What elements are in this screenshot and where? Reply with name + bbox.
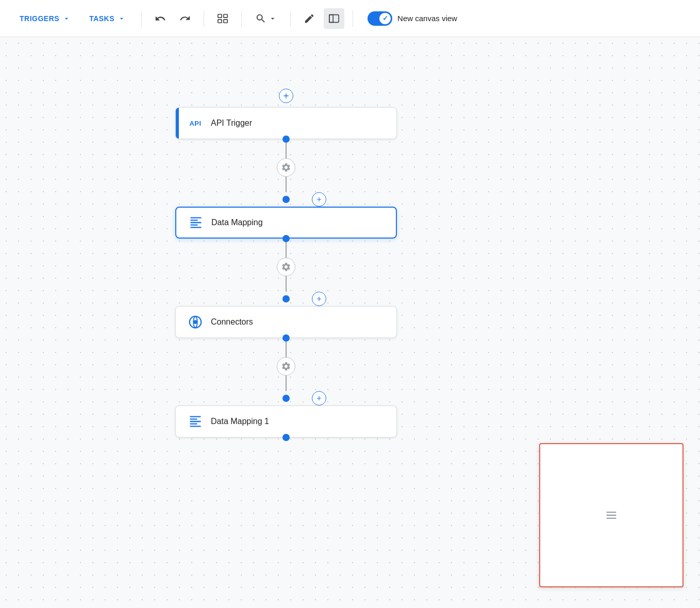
check-icon: ✓ — [382, 14, 388, 22]
node-accent — [176, 108, 179, 139]
svg-rect-3 — [224, 19, 227, 22]
add-before-data-mapping — [175, 192, 397, 207]
svg-rect-0 — [218, 14, 222, 17]
flow-container: API API Trigger Data Mapping — [175, 89, 397, 441]
add-button-4[interactable] — [312, 391, 326, 406]
data-mapping-1-icon — [186, 412, 205, 431]
line-4 — [286, 276, 287, 292]
gear-node-3[interactable] — [277, 357, 295, 376]
api-icon: API — [186, 114, 205, 132]
add-button-2[interactable] — [312, 192, 326, 207]
data-mapping-node[interactable]: Data Mapping — [175, 207, 397, 239]
add-button-3[interactable] — [312, 292, 326, 306]
svg-rect-1 — [224, 14, 227, 17]
gear-node-2[interactable] — [277, 258, 295, 276]
divider-4 — [290, 10, 291, 27]
divider-2 — [204, 10, 204, 27]
connectors-node[interactable]: Connectors — [175, 306, 397, 338]
connectors-label: Connectors — [211, 317, 253, 327]
line-5 — [286, 342, 287, 357]
data-mapping-1-node[interactable]: Data Mapping 1 — [175, 406, 397, 437]
add-before-data-mapping-1 — [175, 391, 397, 406]
svg-rect-4 — [329, 14, 339, 22]
dot-before-data-mapping-1 — [282, 395, 290, 402]
pen-icon — [304, 13, 315, 24]
triggers-button[interactable]: TRIGGERS — [12, 10, 78, 27]
tasks-button[interactable]: TASKS — [82, 10, 133, 27]
tasks-label: TASKS — [89, 14, 114, 23]
toolbar: TRIGGERS TASKS — [0, 0, 700, 37]
svg-rect-5 — [329, 14, 333, 22]
svg-rect-2 — [218, 19, 222, 22]
minimap-icon — [604, 508, 619, 522]
divider-5 — [353, 10, 353, 27]
layout-icon — [217, 13, 228, 24]
chevron-down-icon — [62, 14, 71, 23]
divider-1 — [141, 10, 142, 27]
redo-icon — [179, 13, 191, 24]
zoom-button[interactable] — [250, 8, 282, 29]
add-before-connectors — [175, 292, 397, 306]
new-canvas-toggle[interactable]: ✓ — [368, 11, 392, 26]
zoom-icon — [255, 13, 266, 24]
api-text: API — [189, 120, 201, 127]
connectors-icon — [186, 313, 205, 331]
chevron-down-icon — [269, 14, 277, 23]
layout-button[interactable] — [212, 8, 233, 29]
minimap — [539, 443, 684, 587]
dot-data-mapping-1-bottom — [282, 434, 290, 441]
data-mapping-label: Data Mapping — [211, 218, 263, 227]
line-6 — [286, 376, 287, 391]
triggers-label: TRIGGERS — [20, 14, 59, 23]
dot-data-mapping-bottom — [282, 235, 290, 242]
line-3 — [286, 242, 287, 258]
undo-icon — [155, 13, 166, 24]
chevron-down-icon — [118, 14, 126, 23]
canvas-icon — [328, 13, 340, 24]
line-2 — [286, 177, 287, 192]
undo-button[interactable] — [150, 8, 171, 29]
dot-api-bottom — [282, 136, 290, 143]
redo-button[interactable] — [175, 8, 195, 29]
toggle-thumb: ✓ — [379, 13, 391, 24]
api-trigger-label: API Trigger — [211, 119, 252, 128]
canvas-view-button[interactable] — [324, 8, 344, 29]
dot-before-connectors — [282, 295, 290, 302]
data-mapping-1-label: Data Mapping 1 — [211, 417, 269, 426]
line-1 — [286, 143, 287, 158]
new-canvas-toggle-container: ✓ New canvas view — [368, 11, 457, 26]
canvas[interactable]: API API Trigger Data Mapping — [0, 37, 700, 608]
svg-point-7 — [193, 320, 197, 324]
gear-node-1[interactable] — [277, 158, 295, 177]
add-button-top[interactable] — [279, 89, 293, 103]
dot-connectors-bottom — [282, 334, 290, 342]
toggle-track: ✓ — [368, 11, 392, 26]
divider-3 — [241, 10, 242, 27]
add-above-api — [175, 89, 397, 103]
new-canvas-label: New canvas view — [397, 14, 457, 23]
api-trigger-node[interactable]: API API Trigger — [175, 107, 397, 139]
dot-before-data-mapping — [282, 196, 290, 203]
edit-button[interactable] — [299, 8, 320, 29]
data-mapping-icon — [187, 213, 205, 232]
